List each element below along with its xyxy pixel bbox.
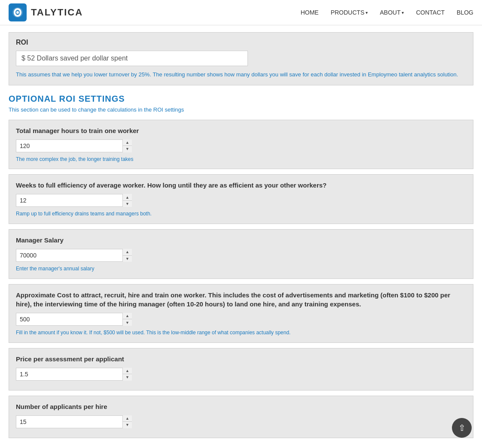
setting-input-wrap-4: ▲▼ bbox=[16, 368, 132, 381]
roi-section: ROI $ 52 Dollars saved per dollar spent … bbox=[9, 32, 473, 85]
spinner-buttons-2: ▲▼ bbox=[122, 249, 132, 262]
setting-panel-1: Weeks to full efficiency of average work… bbox=[9, 174, 473, 224]
setting-hint-3: Fill in the amount if you know it. If no… bbox=[16, 329, 466, 336]
nav-contact[interactable]: CONTACT bbox=[416, 9, 445, 16]
header: TALYTICA HOME PRODUCTS ▾ ABOUT ▾ CONTACT… bbox=[0, 0, 482, 25]
setting-input-2[interactable] bbox=[16, 249, 132, 262]
settings-container: Total manager hours to train one worker▲… bbox=[9, 120, 473, 438]
spinner-buttons-5: ▲▼ bbox=[122, 415, 132, 428]
roi-value: $ 52 Dollars saved per dollar spent bbox=[16, 51, 248, 66]
logo-icon bbox=[9, 3, 27, 21]
setting-hint-1: Ramp up to full efficiency drains teams … bbox=[16, 210, 466, 218]
setting-label-3: Approximate Cost to attract, recruit, hi… bbox=[16, 291, 466, 309]
setting-panel-2: Manager Salary▲▼Enter the manager's annu… bbox=[9, 229, 473, 279]
setting-panel-3: Approximate Cost to attract, recruit, hi… bbox=[9, 284, 473, 343]
optional-roi-title: OPTIONAL ROI SETTINGS bbox=[9, 94, 473, 104]
setting-hint-2: Enter the manager's annual salary bbox=[16, 265, 466, 272]
main-nav: HOME PRODUCTS ▾ ABOUT ▾ CONTACT BLOG bbox=[301, 9, 473, 16]
roi-title: ROI bbox=[16, 39, 466, 46]
chevron-down-icon: ▾ bbox=[402, 10, 404, 15]
scroll-top-button[interactable]: ⇧ bbox=[452, 418, 472, 438]
spinner-buttons-3: ▲▼ bbox=[122, 313, 132, 326]
setting-label-2: Manager Salary bbox=[16, 236, 466, 245]
setting-label-1: Weeks to full efficiency of average work… bbox=[16, 181, 466, 190]
setting-label-5: Number of applicants per hire bbox=[16, 402, 466, 411]
main-content: ROI $ 52 Dollars saved per dollar spent … bbox=[0, 25, 482, 448]
optional-roi-subtitle: This section can be used to change the c… bbox=[9, 106, 473, 113]
spinner-down-4[interactable]: ▼ bbox=[123, 374, 132, 381]
spinner-buttons-0: ▲▼ bbox=[122, 139, 132, 152]
setting-panel-0: Total manager hours to train one worker▲… bbox=[9, 120, 473, 170]
spinner-buttons-4: ▲▼ bbox=[122, 368, 132, 381]
setting-panel-5: Number of applicants per hire▲▼ bbox=[9, 396, 473, 438]
setting-input-wrap-1: ▲▼ bbox=[16, 194, 132, 207]
setting-input-wrap-5: ▲▼ bbox=[16, 415, 132, 428]
setting-input-wrap-2: ▲▼ bbox=[16, 249, 132, 262]
logo-text: TALYTICA bbox=[31, 7, 83, 18]
nav-home[interactable]: HOME bbox=[301, 9, 319, 16]
setting-input-1[interactable] bbox=[16, 194, 132, 207]
setting-panel-4: Price per assessment per applicant▲▼ bbox=[9, 348, 473, 390]
spinner-up-0[interactable]: ▲ bbox=[123, 139, 132, 146]
spinner-down-5[interactable]: ▼ bbox=[123, 422, 132, 428]
setting-label-4: Price per assessment per applicant bbox=[16, 354, 466, 363]
spinner-up-2[interactable]: ▲ bbox=[123, 249, 132, 256]
nav-about[interactable]: ABOUT ▾ bbox=[380, 9, 404, 16]
nav-products[interactable]: PRODUCTS ▾ bbox=[331, 9, 368, 16]
nav-blog[interactable]: BLOG bbox=[457, 9, 473, 16]
setting-input-0[interactable] bbox=[16, 139, 132, 152]
setting-hint-0: The more complex the job, the longer tra… bbox=[16, 156, 466, 163]
setting-input-wrap-3: ▲▼ bbox=[16, 313, 132, 326]
setting-input-3[interactable] bbox=[16, 313, 132, 326]
spinner-down-0[interactable]: ▼ bbox=[123, 146, 132, 152]
spinner-down-2[interactable]: ▼ bbox=[123, 256, 132, 262]
setting-input-5[interactable] bbox=[16, 415, 132, 428]
setting-input-wrap-0: ▲▼ bbox=[16, 139, 132, 152]
spinner-down-1[interactable]: ▼ bbox=[123, 201, 132, 207]
spinner-down-3[interactable]: ▼ bbox=[123, 319, 132, 326]
roi-description: This assumes that we help you lower turn… bbox=[16, 70, 466, 79]
chevron-up-icon: ⇧ bbox=[458, 423, 466, 433]
spinner-buttons-1: ▲▼ bbox=[122, 194, 132, 207]
spinner-up-1[interactable]: ▲ bbox=[123, 194, 132, 201]
setting-input-4[interactable] bbox=[16, 368, 132, 381]
logo-area: TALYTICA bbox=[9, 3, 83, 21]
setting-label-0: Total manager hours to train one worker bbox=[16, 126, 466, 135]
spinner-up-3[interactable]: ▲ bbox=[123, 313, 132, 320]
chevron-down-icon: ▾ bbox=[366, 10, 368, 15]
spinner-up-5[interactable]: ▲ bbox=[123, 415, 132, 422]
spinner-up-4[interactable]: ▲ bbox=[123, 368, 132, 375]
